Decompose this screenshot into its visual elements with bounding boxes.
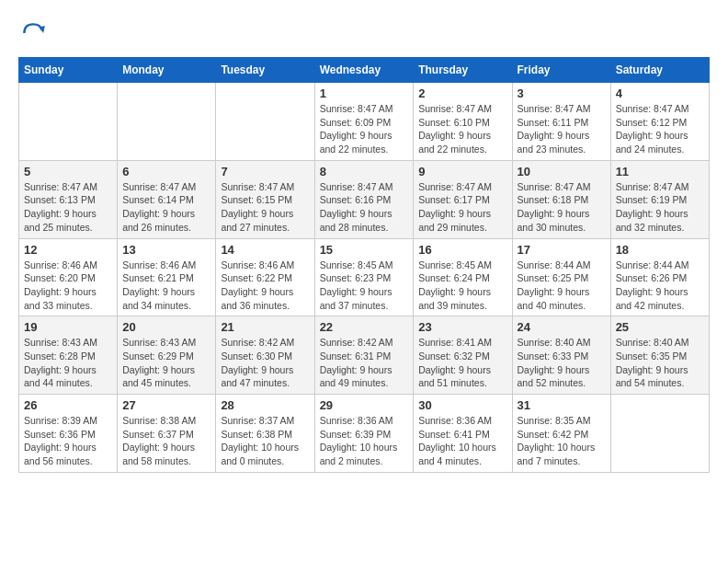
calendar-cell: 17Sunrise: 8:44 AMSunset: 6:25 PMDayligh… xyxy=(512,238,610,316)
day-number: 16 xyxy=(418,243,506,257)
day-number: 27 xyxy=(122,398,210,412)
day-detail: Sunrise: 8:47 AMSunset: 6:14 PMDaylight:… xyxy=(122,181,196,233)
day-number: 11 xyxy=(616,165,704,178)
day-number: 22 xyxy=(320,320,409,334)
day-number: 29 xyxy=(320,398,409,412)
calendar-cell: 9Sunrise: 8:47 AMSunset: 6:17 PMDaylight… xyxy=(414,160,512,238)
calendar-cell: 6Sunrise: 8:47 AMSunset: 6:14 PMDaylight… xyxy=(118,160,216,238)
day-detail: Sunrise: 8:43 AMSunset: 6:28 PMDaylight:… xyxy=(24,337,97,388)
day-detail: Sunrise: 8:41 AMSunset: 6:32 PMDaylight:… xyxy=(418,337,492,388)
day-detail: Sunrise: 8:45 AMSunset: 6:24 PMDaylight:… xyxy=(418,259,492,311)
calendar-cell: 10Sunrise: 8:47 AMSunset: 6:18 PMDayligh… xyxy=(512,160,610,238)
day-detail: Sunrise: 8:45 AMSunset: 6:23 PMDaylight:… xyxy=(320,259,393,311)
day-detail: Sunrise: 8:47 AMSunset: 6:17 PMDaylight:… xyxy=(418,181,492,233)
day-number: 23 xyxy=(418,320,506,334)
calendar-cell: 16Sunrise: 8:45 AMSunset: 6:24 PMDayligh… xyxy=(414,238,512,316)
day-detail: Sunrise: 8:37 AMSunset: 6:38 PMDaylight:… xyxy=(221,415,299,466)
day-number: 5 xyxy=(24,165,112,178)
calendar-cell: 24Sunrise: 8:40 AMSunset: 6:33 PMDayligh… xyxy=(512,316,610,395)
calendar-cell: 23Sunrise: 8:41 AMSunset: 6:32 PMDayligh… xyxy=(414,316,512,395)
day-detail: Sunrise: 8:44 AMSunset: 6:26 PMDaylight:… xyxy=(616,259,689,311)
day-detail: Sunrise: 8:46 AMSunset: 6:20 PMDaylight:… xyxy=(24,259,97,311)
day-detail: Sunrise: 8:44 AMSunset: 6:25 PMDaylight:… xyxy=(518,259,591,311)
day-detail: Sunrise: 8:42 AMSunset: 6:30 PMDaylight:… xyxy=(221,337,294,388)
calendar-cell: 4Sunrise: 8:47 AMSunset: 6:12 PMDaylight… xyxy=(610,83,709,161)
day-detail: Sunrise: 8:42 AMSunset: 6:31 PMDaylight:… xyxy=(320,337,393,388)
calendar-cell xyxy=(19,83,118,161)
day-number: 9 xyxy=(418,165,506,178)
day-number: 13 xyxy=(122,243,210,257)
day-number: 3 xyxy=(518,86,606,100)
calendar-cell xyxy=(118,83,216,161)
day-number: 6 xyxy=(122,165,210,178)
day-number: 26 xyxy=(24,398,112,412)
day-number: 25 xyxy=(616,320,704,334)
calendar-cell: 28Sunrise: 8:37 AMSunset: 6:38 PMDayligh… xyxy=(216,395,314,473)
day-number: 10 xyxy=(518,165,606,178)
day-number: 20 xyxy=(122,320,210,334)
day-number: 24 xyxy=(518,320,606,334)
calendar-cell: 5Sunrise: 8:47 AMSunset: 6:13 PMDaylight… xyxy=(19,160,118,238)
calendar-cell: 21Sunrise: 8:42 AMSunset: 6:30 PMDayligh… xyxy=(216,316,314,395)
col-tuesday: Tuesday xyxy=(216,58,314,83)
day-number: 1 xyxy=(320,86,409,100)
day-detail: Sunrise: 8:39 AMSunset: 6:36 PMDaylight:… xyxy=(24,415,97,466)
day-detail: Sunrise: 8:47 AMSunset: 6:19 PMDaylight:… xyxy=(616,181,689,233)
calendar-week-1: 1Sunrise: 8:47 AMSunset: 6:09 PMDaylight… xyxy=(19,83,710,161)
calendar-cell: 25Sunrise: 8:40 AMSunset: 6:35 PMDayligh… xyxy=(610,316,709,395)
calendar-week-5: 26Sunrise: 8:39 AMSunset: 6:36 PMDayligh… xyxy=(19,395,710,473)
day-number: 28 xyxy=(221,398,309,412)
day-number: 17 xyxy=(518,243,606,257)
col-thursday: Thursday xyxy=(414,58,512,83)
calendar-cell: 26Sunrise: 8:39 AMSunset: 6:36 PMDayligh… xyxy=(19,395,118,473)
logo-icon xyxy=(18,18,48,48)
day-detail: Sunrise: 8:46 AMSunset: 6:21 PMDaylight:… xyxy=(122,259,196,311)
col-sunday: Sunday xyxy=(19,58,118,83)
calendar-cell: 2Sunrise: 8:47 AMSunset: 6:10 PMDaylight… xyxy=(414,83,512,161)
calendar-week-3: 12Sunrise: 8:46 AMSunset: 6:20 PMDayligh… xyxy=(19,238,710,316)
calendar-week-2: 5Sunrise: 8:47 AMSunset: 6:13 PMDaylight… xyxy=(19,160,710,238)
calendar-cell: 30Sunrise: 8:36 AMSunset: 6:41 PMDayligh… xyxy=(414,395,512,473)
calendar-cell xyxy=(216,83,314,161)
day-number: 12 xyxy=(24,243,112,257)
calendar-body: 1Sunrise: 8:47 AMSunset: 6:09 PMDaylight… xyxy=(19,83,710,473)
calendar-cell: 8Sunrise: 8:47 AMSunset: 6:16 PMDaylight… xyxy=(314,160,414,238)
day-detail: Sunrise: 8:36 AMSunset: 6:41 PMDaylight:… xyxy=(418,415,496,466)
calendar-cell: 29Sunrise: 8:36 AMSunset: 6:39 PMDayligh… xyxy=(314,395,414,473)
col-saturday: Saturday xyxy=(610,58,709,83)
calendar-cell: 3Sunrise: 8:47 AMSunset: 6:11 PMDaylight… xyxy=(512,83,610,161)
calendar-week-4: 19Sunrise: 8:43 AMSunset: 6:28 PMDayligh… xyxy=(19,316,710,395)
logo xyxy=(18,18,51,48)
day-number: 2 xyxy=(418,86,506,100)
day-detail: Sunrise: 8:47 AMSunset: 6:11 PMDaylight:… xyxy=(518,103,591,155)
day-detail: Sunrise: 8:36 AMSunset: 6:39 PMDaylight:… xyxy=(320,415,398,466)
calendar-cell: 27Sunrise: 8:38 AMSunset: 6:37 PMDayligh… xyxy=(118,395,216,473)
day-detail: Sunrise: 8:47 AMSunset: 6:16 PMDaylight:… xyxy=(320,181,393,233)
col-wednesday: Wednesday xyxy=(314,58,414,83)
day-detail: Sunrise: 8:46 AMSunset: 6:22 PMDaylight:… xyxy=(221,259,294,311)
calendar-cell: 31Sunrise: 8:35 AMSunset: 6:42 PMDayligh… xyxy=(512,395,610,473)
col-friday: Friday xyxy=(512,58,610,83)
day-detail: Sunrise: 8:47 AMSunset: 6:12 PMDaylight:… xyxy=(616,103,689,155)
calendar-cell: 14Sunrise: 8:46 AMSunset: 6:22 PMDayligh… xyxy=(216,238,314,316)
calendar-cell: 20Sunrise: 8:43 AMSunset: 6:29 PMDayligh… xyxy=(118,316,216,395)
day-number: 8 xyxy=(320,165,409,178)
calendar-cell: 13Sunrise: 8:46 AMSunset: 6:21 PMDayligh… xyxy=(118,238,216,316)
day-number: 18 xyxy=(616,243,704,257)
day-number: 31 xyxy=(518,398,606,412)
day-detail: Sunrise: 8:47 AMSunset: 6:13 PMDaylight:… xyxy=(24,181,97,233)
calendar-cell: 19Sunrise: 8:43 AMSunset: 6:28 PMDayligh… xyxy=(19,316,118,395)
day-detail: Sunrise: 8:38 AMSunset: 6:37 PMDaylight:… xyxy=(122,415,196,466)
calendar-cell: 12Sunrise: 8:46 AMSunset: 6:20 PMDayligh… xyxy=(19,238,118,316)
day-detail: Sunrise: 8:47 AMSunset: 6:09 PMDaylight:… xyxy=(320,103,393,155)
day-number: 15 xyxy=(320,243,409,257)
page-header xyxy=(18,18,710,48)
day-number: 4 xyxy=(616,86,704,100)
day-number: 19 xyxy=(24,320,112,334)
calendar-header-row: Sunday Monday Tuesday Wednesday Thursday… xyxy=(19,58,710,83)
day-number: 30 xyxy=(418,398,506,412)
calendar-cell xyxy=(610,395,709,473)
day-number: 21 xyxy=(221,320,309,334)
calendar-cell: 18Sunrise: 8:44 AMSunset: 6:26 PMDayligh… xyxy=(610,238,709,316)
day-detail: Sunrise: 8:40 AMSunset: 6:35 PMDaylight:… xyxy=(616,337,689,388)
